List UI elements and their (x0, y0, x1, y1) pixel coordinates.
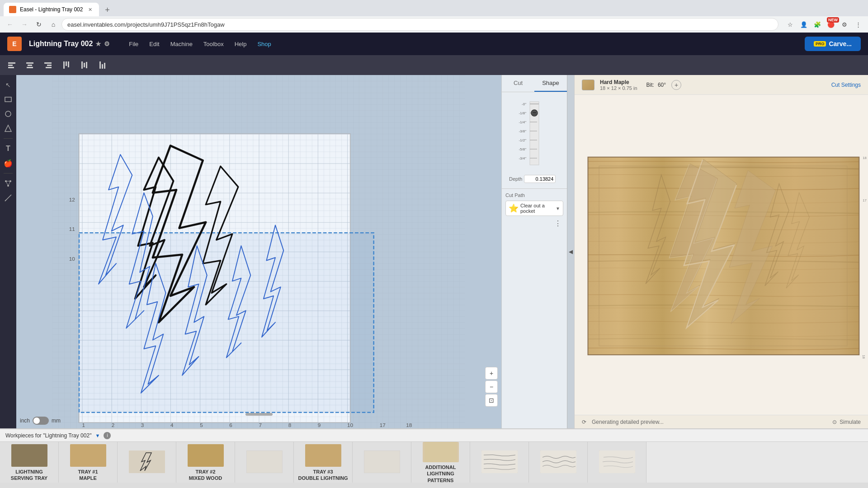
profile-icon[interactable]: 👤 (797, 18, 810, 31)
workpiece-label-text: Workpieces for "Lightning Tray 002" (5, 432, 91, 439)
tab-preview-svg-1 (11, 444, 47, 467)
extension-icon-1[interactable]: 🧩 (811, 18, 824, 31)
back-btn[interactable]: ← (4, 18, 16, 31)
svg-text:10: 10 (69, 256, 75, 262)
app-logo: E (7, 37, 22, 51)
tab-preview-8 (423, 442, 459, 462)
menu-shop[interactable]: Shop (253, 39, 275, 49)
align-right-btn[interactable] (40, 58, 56, 72)
svg-rect-10 (66, 61, 67, 66)
canvas-area[interactable]: 1 2 3 4 5 6 7 8 9 10 17 18 12 11 10 (16, 75, 501, 428)
workpiece-info-icon[interactable]: i (104, 432, 111, 439)
image-tool[interactable]: 🍎 (2, 157, 14, 169)
workpiece-tab-3[interactable] (118, 442, 176, 483)
h-scrollbar[interactable] (0, 483, 868, 488)
units-toggle: inch mm (20, 417, 61, 425)
svg-text:10: 10 (347, 422, 354, 428)
tab-close-btn[interactable]: ✕ (86, 6, 94, 13)
menu-toolbox[interactable]: Toolbox (199, 39, 228, 49)
align-center-h-btn[interactable] (22, 58, 38, 72)
measure-tool[interactable] (2, 192, 14, 204)
zoom-out-btn[interactable]: − (485, 380, 498, 393)
fit-canvas-btn[interactable]: ⊡ (485, 394, 498, 407)
node-tool[interactable] (2, 177, 14, 190)
svg-text:9: 9 (318, 422, 321, 428)
extension-icon-2[interactable]: 🔴 NEW (825, 18, 837, 31)
workpiece-tab-tray3-double[interactable]: TRAY #3DOUBLE LIGHTNING (294, 442, 353, 483)
rectangle-tool[interactable] (2, 93, 14, 106)
workpiece-tab-additional-lightning[interactable]: ADDITIONALLIGHTNINGPATTERNS (411, 442, 470, 483)
tab-preview-3 (129, 450, 165, 473)
h-scroll-thumb[interactable] (245, 413, 273, 416)
simulate-btn[interactable]: ⊙ Simulate (832, 419, 861, 425)
svg-rect-18 (5, 97, 11, 102)
carve-button[interactable]: PRO Carve... (805, 37, 861, 51)
align-bottom-btn[interactable] (94, 58, 110, 72)
menu-file[interactable]: File (124, 39, 143, 49)
add-material-btn[interactable]: + (671, 80, 681, 90)
select-tool[interactable]: ↖ (2, 79, 14, 91)
text-tool[interactable]: T (2, 142, 14, 155)
svg-text:17: 17 (380, 422, 386, 428)
svg-rect-68 (533, 112, 536, 113)
shape-tab[interactable]: Shape (534, 75, 567, 92)
workpiece-tab-9[interactable] (470, 442, 529, 483)
refresh-btn[interactable]: ↻ (33, 18, 45, 31)
units-toggle-switch[interactable] (33, 417, 49, 425)
triangle-tool[interactable] (2, 122, 14, 135)
svg-text:3: 3 (141, 422, 144, 428)
workpiece-tab-7[interactable] (353, 442, 411, 483)
menu-machine[interactable]: Machine (166, 39, 197, 49)
cut-path-options-btn[interactable]: ⋮ (552, 218, 563, 229)
svg-rect-3 (26, 62, 33, 64)
workpiece-tab-label-6: TRAY #3DOUBLE LIGHTNING (298, 469, 348, 482)
depth-input[interactable] (524, 175, 556, 183)
cut-path-label: Cut Path (505, 192, 563, 198)
cut-tab[interactable]: Cut (502, 75, 534, 92)
circle-tool[interactable] (2, 108, 14, 120)
new-tab-btn[interactable]: + (101, 4, 113, 16)
svg-rect-8 (46, 67, 52, 68)
align-center-v-btn[interactable] (76, 58, 92, 72)
workpiece-tab-tray2-mixed[interactable]: TRAY #2MIXED WOOD (176, 442, 235, 483)
favorite-star-icon[interactable]: ★ (95, 40, 101, 47)
tab-bar: Easel - Lightning Tray 002 ✕ + (0, 0, 868, 16)
workpiece-tabs: LIGHTNINGSERVING TRAY TRAY #1MAPLE (0, 442, 868, 483)
zoom-in-btn[interactable]: + (485, 367, 498, 380)
workpiece-tab-tray1-maple[interactable]: TRAY #1MAPLE (59, 442, 118, 483)
workpiece-tab-label-8: ADDITIONALLIGHTNINGPATTERNS (425, 464, 456, 483)
generating-icon: ⟳ (582, 419, 586, 425)
svg-rect-86 (481, 450, 518, 473)
workpiece-tab-lightning-serving-tray[interactable]: LIGHTNINGSERVING TRAY (0, 442, 59, 483)
home-btn[interactable]: ⌂ (47, 18, 60, 31)
tab-preview-svg-7 (364, 450, 400, 473)
cut-path-selector[interactable]: ⭐ Clear out a pocket ▼ (505, 201, 563, 216)
menu-help[interactable]: Help (230, 39, 251, 49)
workpiece-dropdown-arrow[interactable]: ▼ (95, 433, 100, 438)
bookmark-icon[interactable]: ☆ (784, 18, 797, 31)
workpiece-tab-10[interactable] (529, 442, 588, 483)
extension-icon-3[interactable]: ⚙ (838, 18, 851, 31)
material-name: Hard Maple (600, 79, 637, 85)
workpiece-tab-5[interactable] (235, 442, 294, 483)
url-bar[interactable]: easel.inventables.com/projects/umh9J71PS… (61, 18, 778, 31)
svg-line-28 (5, 200, 6, 201)
svg-rect-9 (63, 61, 65, 69)
active-tab[interactable]: Easel - Lightning Tray 002 ✕ (4, 3, 99, 16)
panel-expand-btn[interactable]: ◀ (567, 75, 574, 428)
workpiece-tab-11[interactable] (588, 442, 646, 483)
forward-btn[interactable]: → (18, 18, 31, 31)
svg-text:18: 18 (406, 422, 412, 428)
svg-point-19 (5, 111, 11, 117)
menu-edit[interactable]: Edit (145, 39, 164, 49)
app-header: E Lightning Tray 002 ★ ⚙ File Edit Machi… (0, 33, 868, 55)
align-left-btn[interactable] (4, 58, 20, 72)
menu-dots[interactable]: ⋮ (852, 18, 864, 31)
depth-section: -0" -1/8" -1/4" -3/8" -1 (502, 92, 567, 188)
align-top-btn[interactable] (58, 58, 74, 72)
svg-rect-84 (364, 450, 400, 473)
tab-preview-7 (364, 450, 400, 473)
project-settings-icon[interactable]: ⚙ (104, 40, 110, 47)
nav-bar: ← → ↻ ⌂ easel.inventables.com/projects/u… (0, 16, 868, 33)
cut-settings-btn[interactable]: Cut Settings (831, 82, 861, 88)
